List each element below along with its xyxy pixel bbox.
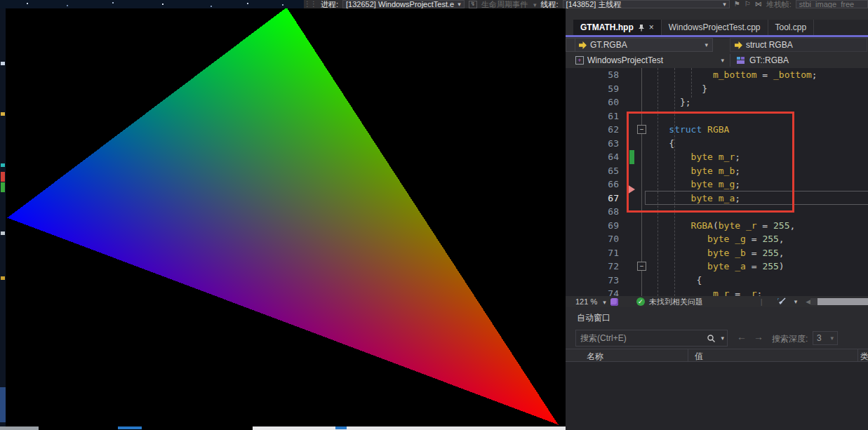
- lifecycle-dropdown[interactable]: 生命周期事件 ▾: [481, 0, 537, 8]
- scrollbar-thumb[interactable]: [817, 298, 868, 305]
- stack-filter-icon[interactable]: ⋈: [755, 0, 762, 8]
- stack-frame-dropdown[interactable]: stbi_image_free: [796, 0, 868, 8]
- column-header-type[interactable]: 类: [860, 351, 868, 363]
- line-number: 59: [574, 82, 619, 96]
- desktop-icon-fragment: [1, 163, 5, 167]
- tab-label: Tool.cpp: [775, 22, 807, 32]
- desktop-background-top: [0, 0, 304, 8]
- line-number: 60: [574, 95, 619, 109]
- line-number: 62: [574, 123, 619, 137]
- divider: [730, 54, 730, 67]
- taskbar-icon-fragment: [118, 426, 142, 429]
- forward-arrow-icon[interactable]: →: [754, 331, 763, 342]
- code-cleanup-broom-icon[interactable]: [777, 297, 787, 307]
- desktop-icon-fragment: [1, 172, 5, 182]
- lifecycle-events-icon[interactable]: ↯: [469, 1, 477, 8]
- desktop-icon-fragment: [1, 62, 5, 65]
- code-line[interactable]: RGBA(byte _r = 255,: [647, 219, 817, 233]
- chevron-down-icon: ▾: [705, 41, 708, 48]
- search-icon[interactable]: [707, 334, 716, 343]
- tab-tool-cpp[interactable]: Tool.cpp: [768, 20, 815, 35]
- autos-search-box[interactable]: ▾: [575, 330, 728, 347]
- struct-icon: [737, 57, 746, 65]
- line-number: 74: [574, 287, 619, 296]
- column-header-name[interactable]: 名称: [587, 351, 603, 363]
- back-arrow-icon[interactable]: ←: [737, 331, 747, 342]
- search-input[interactable]: [576, 333, 707, 343]
- process-label: 进程:: [321, 0, 338, 8]
- chevron-down-icon: ▾: [830, 335, 834, 342]
- tab-windowsprojecttest-cpp[interactable]: WindowsProjectTest.cpp: [662, 20, 768, 35]
- code-line[interactable]: };: [647, 95, 817, 109]
- autos-grid-header: 名称 值 类: [566, 349, 868, 362]
- pin-icon[interactable]: [638, 24, 645, 32]
- code-line[interactable]: byte _a = 255): [647, 260, 817, 274]
- horizontal-scrollbar[interactable]: [810, 298, 868, 305]
- line-number: 70: [574, 232, 619, 246]
- zoom-value: 121 %: [575, 297, 597, 306]
- type-value: GT::RGBA: [749, 55, 789, 65]
- desktop-icon-fragment: [1, 231, 5, 235]
- code-line[interactable]: {: [647, 274, 817, 288]
- chevron-down-icon[interactable]: ▾: [794, 298, 798, 305]
- toolbar-grip-icon[interactable]: ⋮⋮: [304, 0, 316, 8]
- column-splitter[interactable]: [688, 349, 688, 363]
- search-depth-value: 3: [817, 333, 822, 343]
- chevron-down-icon[interactable]: ▾: [721, 335, 724, 342]
- project-icon: +: [575, 56, 584, 65]
- unused: [566, 38, 575, 52]
- code-editor[interactable]: 5859606162636465666768697071727374 m_bot…: [566, 68, 868, 296]
- collapse-box-icon[interactable]: −: [637, 262, 646, 271]
- line-number: 61: [574, 109, 619, 123]
- type-dropdown[interactable]: GT::RGBA: [733, 53, 793, 67]
- annotation-red-rectangle: [627, 112, 794, 213]
- member-dropdown[interactable]: struct RGBA: [730, 38, 867, 52]
- code-line[interactable]: }: [647, 82, 817, 96]
- process-dropdown[interactable]: [132652] WindowsProjectTest.e▾: [342, 0, 465, 8]
- column-header-value[interactable]: 值: [695, 351, 703, 363]
- member-value: struct RGBA: [746, 40, 862, 50]
- flag-outline-icon[interactable]: ⚐: [745, 0, 751, 8]
- taskbar-sliver: [0, 426, 566, 430]
- goto-arrow-icon: [735, 41, 742, 49]
- thread-label: 线程:: [541, 0, 559, 8]
- code-line[interactable]: m_r = _r;: [647, 287, 817, 296]
- chevron-down-icon: ▾: [721, 57, 724, 64]
- code-line[interactable]: byte _b = 255,: [647, 246, 817, 260]
- line-number: 58: [574, 68, 619, 82]
- health-status-text[interactable]: 未找到相关问题: [649, 297, 703, 307]
- desktop-background-left: [0, 8, 6, 430]
- diagnostics-icon[interactable]: [610, 298, 618, 306]
- divider: |: [761, 297, 763, 306]
- line-number: 68: [574, 205, 619, 219]
- thread-dropdown[interactable]: [143852] 主线程▾: [563, 0, 730, 8]
- scope-dropdown[interactable]: GT.RGBA ▾: [574, 38, 713, 52]
- line-number: 65: [574, 164, 619, 178]
- chevron-down-icon: ▾: [533, 1, 537, 8]
- screen: ⋮⋮ 进程: [132652] WindowsProjectTest.e▾ ↯ …: [0, 0, 868, 430]
- zoom-dropdown[interactable]: 121 % ▾: [575, 297, 606, 306]
- taskbar-fragment: [0, 426, 39, 430]
- project-bar: + WindowsProjectTest ▾ GT::RGBA: [566, 53, 868, 69]
- line-number: 73: [574, 274, 619, 288]
- chevron-down-icon: ▾: [603, 299, 606, 306]
- search-depth-label: 搜索深度:: [772, 333, 808, 345]
- stack-frame-label: 堆栈帧:: [766, 0, 792, 8]
- autos-grid-body[interactable]: [566, 362, 868, 430]
- close-icon[interactable]: ×: [649, 22, 654, 32]
- chevron-down-icon: ▾: [458, 0, 461, 8]
- line-number: 63: [574, 137, 619, 151]
- desktop-icon-fragment: [1, 182, 5, 192]
- line-number: 67: [574, 192, 619, 206]
- autos-panel-title[interactable]: 自动窗口: [577, 312, 610, 324]
- code-line[interactable]: byte _g = 255,: [647, 232, 817, 246]
- code-line[interactable]: m_bottom = _bottom;: [647, 68, 817, 82]
- taskbar-icon-fragment: [335, 426, 347, 429]
- project-dropdown[interactable]: + WindowsProjectTest ▾: [571, 53, 728, 67]
- tab-gtmath-hpp[interactable]: GTMATH.hpp ×: [573, 20, 662, 35]
- flag-icon[interactable]: ⚑: [734, 0, 740, 8]
- column-splitter[interactable]: [857, 349, 858, 363]
- debug-toolbar: ⋮⋮ 进程: [132652] WindowsProjectTest.e▾ ↯ …: [304, 0, 868, 8]
- search-depth-dropdown[interactable]: 3 ▾: [813, 331, 838, 345]
- render-canvas: [6, 8, 566, 426]
